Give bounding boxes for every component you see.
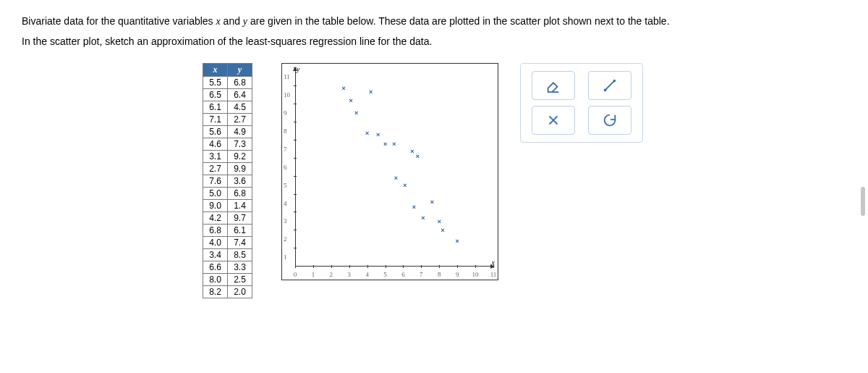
- table-cell-y: 9.9: [228, 163, 252, 175]
- eraser-icon: [545, 77, 561, 93]
- table-row: 5.64.9: [203, 126, 252, 138]
- table-cell-x: 4.6: [203, 138, 228, 151]
- table-row: 3.19.2: [203, 151, 252, 163]
- x-tick-label: 0: [294, 271, 297, 278]
- clear-icon: [545, 112, 561, 128]
- table-cell-x: 3.4: [203, 249, 228, 261]
- instruction-line-2: In the scatter plot, sketch an approxima…: [22, 35, 846, 49]
- y-tick-label: 6: [284, 164, 287, 171]
- eraser-tool-button[interactable]: [532, 71, 575, 100]
- y-tick-mark: [294, 194, 297, 195]
- table-cell-y: 6.8: [228, 77, 252, 89]
- reset-button[interactable]: [588, 106, 631, 135]
- table-row: 3.48.5: [203, 249, 252, 261]
- y-tick-label: 4: [284, 200, 287, 207]
- x-tick-label: 4: [365, 271, 369, 278]
- svg-line-1: [605, 81, 615, 91]
- data-point: ×: [354, 109, 358, 117]
- table-row: 4.67.3: [203, 138, 252, 151]
- y-tick-label: 8: [284, 127, 287, 135]
- scatter-plot[interactable]: y x ×××××××××××××××××× 01234567891011123…: [281, 63, 498, 280]
- y-tick-mark: [294, 211, 297, 212]
- y-tick-label: 10: [284, 91, 290, 99]
- y-tick-label: 11: [284, 73, 290, 80]
- table-cell-x: 9.0: [203, 200, 228, 212]
- x-tick-mark: [386, 265, 386, 268]
- reset-icon: [602, 112, 618, 128]
- x-tick-label: 6: [401, 271, 405, 278]
- table-row: 6.56.4: [203, 89, 252, 101]
- table-cell-y: 4.5: [228, 101, 252, 114]
- x-tick-mark: [493, 265, 494, 268]
- x-tick-mark: [331, 265, 332, 268]
- data-point: ×: [376, 131, 380, 138]
- table-header-y: y: [228, 64, 252, 77]
- clear-button[interactable]: [532, 106, 575, 135]
- table-cell-y: 7.4: [228, 237, 252, 249]
- table-cell-x: 6.8: [203, 225, 228, 237]
- table-cell-y: 8.5: [228, 249, 252, 261]
- x-tick-mark: [421, 265, 422, 268]
- table-cell-y: 9.7: [228, 212, 252, 225]
- data-point: ×: [394, 175, 398, 182]
- y-tick-mark: [294, 85, 297, 86]
- table-cell-y: 3.3: [228, 261, 252, 274]
- table-header-row: x y: [203, 64, 252, 77]
- table-cell-y: 9.2: [228, 151, 252, 163]
- table-cell-x: 7.6: [203, 175, 228, 188]
- table-row: 7.12.7: [203, 114, 252, 126]
- table-cell-y: 6.8: [228, 188, 252, 200]
- data-point: ×: [365, 130, 369, 137]
- table-cell-x: 4.2: [203, 212, 228, 225]
- data-point: ×: [383, 141, 387, 148]
- table-header-x: x: [203, 64, 228, 77]
- table-row: 8.02.5: [203, 274, 252, 286]
- data-point: ×: [430, 198, 434, 206]
- table-cell-y: 4.9: [228, 126, 252, 138]
- x-tick-mark: [403, 265, 404, 268]
- data-table: x y 5.56.86.56.46.14.57.12.75.64.94.67.3…: [203, 63, 252, 298]
- x-tick-mark: [475, 265, 476, 268]
- table-cell-y: 3.6: [228, 175, 252, 188]
- table-row: 7.63.6: [203, 175, 252, 188]
- data-point: ×: [392, 141, 396, 148]
- y-tick-mark: [294, 248, 297, 248]
- table-cell-x: 6.5: [203, 89, 228, 101]
- table-row: 6.14.5: [203, 101, 252, 114]
- scrollbar-thumb[interactable]: [861, 187, 865, 216]
- x-tick-label: 8: [438, 271, 441, 278]
- x-tick-label: 9: [456, 271, 459, 278]
- y-tick-label: 9: [284, 109, 287, 117]
- table-cell-y: 6.4: [228, 89, 252, 101]
- x-tick-label: 1: [312, 271, 315, 278]
- y-tick-mark: [294, 122, 297, 122]
- x-tick-label: 5: [383, 271, 387, 278]
- table-cell-x: 6.1: [203, 101, 228, 114]
- table-row: 4.07.4: [203, 237, 252, 249]
- data-point: ×: [403, 182, 407, 189]
- y-tick-mark: [294, 140, 297, 141]
- y-tick-mark: [294, 104, 297, 104]
- instruction-line-1: Bivariate data for the quantitative vari…: [22, 14, 846, 29]
- svg-point-2: [605, 90, 606, 91]
- table-row: 2.79.9: [203, 163, 252, 175]
- table-row: 5.06.8: [203, 188, 252, 200]
- table-cell-y: 6.1: [228, 225, 252, 237]
- table-cell-y: 2.7: [228, 114, 252, 126]
- table-cell-x: 8.2: [203, 286, 228, 298]
- x-tick-mark: [313, 265, 314, 268]
- data-point: ×: [441, 227, 445, 234]
- tool-panel: [520, 63, 643, 143]
- y-tick-mark: [294, 176, 297, 177]
- table-cell-x: 2.7: [203, 163, 228, 175]
- line-tool-icon: [602, 77, 618, 93]
- x-tick-label: 7: [420, 271, 423, 278]
- x-tick-mark: [349, 265, 350, 268]
- line-tool-button[interactable]: [588, 71, 631, 100]
- data-point: ×: [438, 218, 441, 225]
- table-cell-x: 8.0: [203, 274, 228, 286]
- y-tick-label: 3: [284, 217, 287, 225]
- data-point: ×: [412, 204, 416, 211]
- table-cell-x: 5.0: [203, 188, 228, 200]
- data-point: ×: [369, 88, 373, 96]
